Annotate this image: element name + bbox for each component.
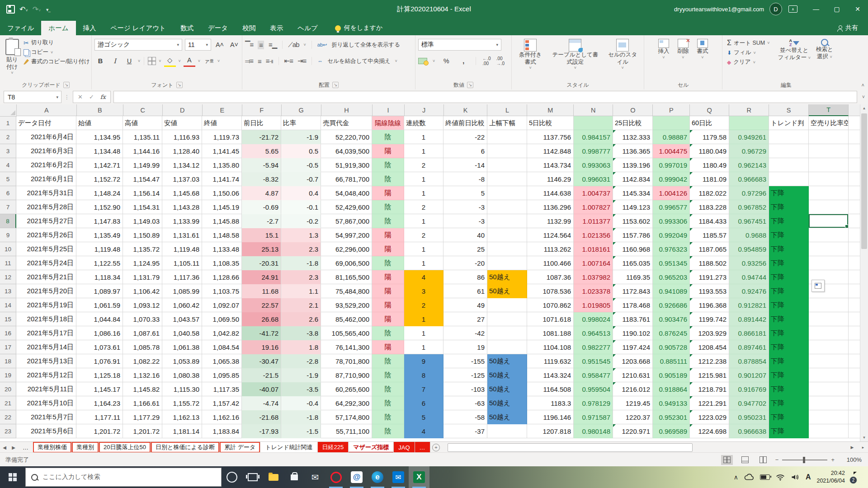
cell-B12[interactable]: 1,118.34 (76, 270, 123, 284)
cell-G20[interactable]: -3.5 (281, 382, 321, 396)
cell-N17[interactable]: 0.982277 (574, 340, 613, 354)
row-header-22[interactable]: 22 (0, 410, 16, 424)
format-cells-button[interactable]: 書式 ˅ (694, 37, 711, 62)
font-color-button[interactable]: A (184, 56, 195, 67)
comma-style-icon[interactable]: , (458, 56, 469, 66)
number-format-select[interactable]: 標準▾ (418, 39, 501, 51)
cell-R22[interactable]: 0.950231 (729, 410, 769, 424)
header-cell[interactable]: 比率 (281, 116, 321, 130)
cell-S16[interactable]: 下降 (769, 326, 809, 340)
edge-button[interactable]: e (367, 466, 388, 488)
cell-Q2[interactable]: 1179.58 (690, 130, 729, 144)
cell-M4[interactable]: 1143.734 (527, 158, 574, 172)
cell-K7[interactable]: -3 (443, 200, 487, 214)
cell-B5[interactable]: 1,152.72 (76, 172, 123, 186)
cell-N12[interactable]: 1.037982 (574, 270, 613, 284)
underline-button[interactable]: U (123, 56, 135, 66)
increase-decimal-icon[interactable]: ←.0.00 (482, 56, 491, 66)
cell-R14[interactable]: 0.912821 (729, 298, 769, 312)
cell-K13[interactable]: 61 (443, 284, 487, 298)
sheet-tab-7[interactable]: 日経225 (318, 442, 349, 453)
new-sheet-button[interactable]: + (430, 442, 442, 453)
fill-color-button[interactable]: ◇ (164, 56, 176, 67)
cell-R7[interactable]: 0.967852 (729, 200, 769, 214)
borders-icon[interactable] (148, 57, 156, 65)
cell-A16[interactable]: 2021年5月17日 (16, 326, 76, 340)
header-cell[interactable]: 25日比較 (613, 116, 653, 130)
cell-A12[interactable]: 2021年5月21日 (16, 270, 76, 284)
row-header-13[interactable]: 13 (0, 284, 16, 298)
cell-P20[interactable]: 0.918864 (653, 382, 690, 396)
cell-I10[interactable]: 陽 (372, 242, 404, 256)
cell-Q7[interactable]: 1183.228 (690, 200, 729, 214)
cell-E19[interactable]: 1,095.85 (202, 368, 242, 382)
cell-R17[interactable]: 0.897461 (729, 340, 769, 354)
cell-G21[interactable]: -0.4 (281, 396, 321, 410)
scroll-down-icon[interactable]: ▼ (860, 434, 868, 441)
cell-R4[interactable]: 0.962143 (729, 158, 769, 172)
cell-O20[interactable]: 1216.012 (613, 382, 653, 396)
ribbon-display-options-icon[interactable]: ∧ (788, 5, 797, 13)
cell-D2[interactable]: 1,116.93 (162, 130, 202, 144)
cell-J23[interactable]: 4 (404, 424, 443, 438)
cell-N10[interactable]: 1.018161 (574, 242, 613, 256)
sort-filter-button[interactable]: AZ 並べ替えと フィルター ˅ (775, 37, 813, 63)
cell-N23[interactable]: 0.980148 (574, 424, 613, 438)
row-header-8[interactable]: 8 (0, 214, 16, 228)
cell-I16[interactable]: 陰 (372, 326, 404, 340)
cell-S13[interactable]: 下降 (769, 284, 809, 298)
cell-A19[interactable]: 2021年5月12日 (16, 368, 76, 382)
row-header-15[interactable]: 15 (0, 312, 16, 326)
scrollbar-corner[interactable]: ▸ (859, 443, 867, 451)
formula-bar-splitter[interactable]: ⋮ (64, 94, 70, 100)
cell-J10[interactable]: 1 (404, 242, 443, 256)
cell-H9[interactable]: 54,997,200 (321, 228, 372, 242)
cell-P13[interactable]: 0.941089 (653, 284, 690, 298)
cell-D3[interactable]: 1,128.40 (162, 144, 202, 158)
cell-I4[interactable]: 陰 (372, 158, 404, 172)
cell-F13[interactable]: 11.68 (242, 284, 281, 298)
cell-T17[interactable] (809, 340, 849, 354)
cell-H8[interactable]: 57,867,000 (321, 214, 372, 228)
cortana-button[interactable] (222, 466, 242, 488)
row-header-3[interactable]: 3 (0, 144, 16, 158)
ime-indicator[interactable]: A (806, 473, 811, 481)
page-layout-view-button[interactable] (739, 455, 751, 465)
cell-L21[interactable]: 50越え (487, 396, 527, 410)
cell-B23[interactable]: 1,201.72 (76, 424, 123, 438)
cell-J16[interactable]: 1 (404, 326, 443, 340)
cell-R23[interactable]: 0.966638 (729, 424, 769, 438)
cell-I22[interactable]: 陰 (372, 410, 404, 424)
cell-O12[interactable]: 1169.35 (613, 270, 653, 284)
header-cell[interactable]: 前日比 (242, 116, 281, 130)
cell-S22[interactable]: 下降 (769, 410, 809, 424)
align-left-icon[interactable]: ⫤≡ (245, 57, 253, 65)
cell-I5[interactable]: 陰 (372, 172, 404, 186)
cell-G18[interactable]: -2.8 (281, 354, 321, 368)
cell-G4[interactable]: -0.5 (281, 158, 321, 172)
cell-Q15[interactable]: 1199.742 (690, 312, 729, 326)
vertical-scrollbar[interactable]: ▲ ▼ (860, 104, 868, 441)
cell-K20[interactable]: -103 (443, 382, 487, 396)
cell-T21[interactable] (809, 396, 849, 410)
delete-cells-button[interactable]: 削除 ˅ (675, 37, 692, 62)
cell-G12[interactable]: 2.3 (281, 270, 321, 284)
cell-M17[interactable]: 1104.108 (527, 340, 574, 354)
cell-S12[interactable]: 下降 (769, 270, 809, 284)
cell-P2[interactable]: 0.98887 (653, 130, 690, 144)
zoom-slider-thumb[interactable] (803, 457, 805, 463)
header-cell[interactable]: 安値 (162, 116, 202, 130)
share-button[interactable]: 共有 (837, 21, 858, 35)
cell-S14[interactable]: 下降 (769, 298, 809, 312)
sheet-tab-8[interactable]: マザーズ指標 (349, 442, 394, 453)
cell-L23[interactable] (487, 424, 527, 438)
cell-Q18[interactable]: 1212.238 (690, 354, 729, 368)
percent-style-icon[interactable]: % (440, 56, 452, 66)
cell-J19[interactable]: 8 (404, 368, 443, 382)
cell-N3[interactable]: 0.998777 (574, 144, 613, 158)
cell-G2[interactable]: -1.9 (281, 130, 321, 144)
cell-J11[interactable]: 1 (404, 256, 443, 270)
cell-E7[interactable]: 1,145.19 (202, 200, 242, 214)
action-center-button[interactable]: 2 (853, 472, 863, 482)
cell-A21[interactable]: 2021年5月10日 (16, 396, 76, 410)
